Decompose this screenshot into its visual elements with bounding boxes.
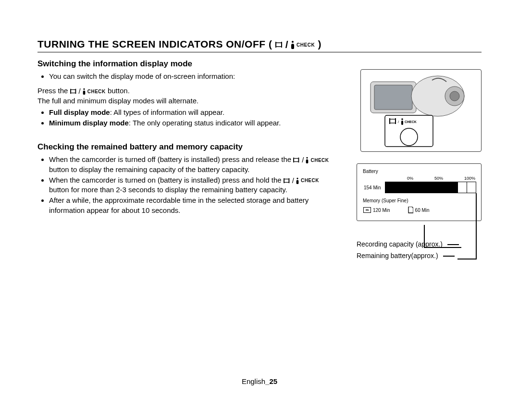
manual-page: TURNING THE SCREEN INDICATORS ON/OFF ( /…: [0, 0, 519, 420]
battery-segment: [403, 182, 412, 193]
battery-segment: [449, 182, 458, 193]
pct-50: 50%: [434, 176, 443, 181]
battery-segment: [412, 182, 421, 193]
battery-segment: [431, 182, 440, 193]
svg-point-27: [401, 118, 403, 120]
memory-label: Memory (Super Fine): [363, 198, 476, 203]
battery-segment: [395, 182, 404, 193]
svg-point-11: [307, 157, 308, 159]
info-screen: Battery 0% 50% 100% 154 Min Memory (Supe…: [357, 163, 482, 221]
callout-line-icon: [447, 244, 459, 245]
memory-internal-time: 120 Min: [373, 208, 390, 213]
callout-line-icon: [443, 256, 455, 257]
section1-list: You can switch the display mode of on-sc…: [37, 72, 335, 81]
section2-list: When the camcorder is turned off (batter…: [37, 155, 335, 215]
svg-point-3: [292, 41, 294, 43]
svg-rect-14: [288, 178, 289, 183]
footer-page-number: _25: [265, 377, 277, 385]
page-title-row: TURNING THE SCREEN INDICATORS ON/OFF ( /…: [37, 38, 482, 52]
svg-rect-24: [389, 118, 390, 124]
in-icon: IN: [363, 207, 371, 213]
svg-rect-0: [276, 43, 282, 47]
title-prefix: TURNING THE SCREEN INDICATORS ON/OFF (: [37, 38, 275, 49]
svg-rect-6: [75, 89, 76, 94]
svg-rect-17: [374, 85, 412, 110]
battery-time: 154 Min: [364, 185, 381, 190]
min-display-item: Minimum display mode: The only operating…: [49, 118, 335, 128]
section1-bullet1: You can switch the display mode of on-sc…: [49, 72, 335, 81]
callout-recording: Recording capacity (approx.): [357, 240, 482, 248]
section2-bullet3: After a while, the approximate recordabl…: [49, 196, 335, 215]
connector-line: [424, 225, 425, 247]
footer-language: English: [242, 377, 265, 385]
svg-rect-2: [281, 42, 282, 48]
display-check-icon: / CHECK: [70, 88, 106, 95]
display-check-icon: / CHECK: [293, 157, 329, 163]
check-label: CHECK: [297, 42, 315, 48]
memory-internal: IN 120 Min: [362, 207, 392, 213]
connector-line: [476, 193, 477, 259]
section1-alt-line: The full and minimum display modes will …: [37, 96, 335, 106]
svg-rect-12: [284, 179, 289, 182]
memory-card: 60 Min: [406, 206, 431, 214]
svg-point-20: [450, 91, 459, 101]
battery-segment: [421, 182, 431, 193]
title-suffix: ): [318, 38, 321, 49]
display-check-icon: / CHECK: [275, 41, 315, 48]
pct-0: 0%: [407, 176, 413, 181]
svg-point-15: [297, 178, 298, 179]
section1-modes-list: Full display mode: All types of informat…: [37, 108, 335, 128]
left-column: Switching the information display mode Y…: [37, 59, 335, 215]
section1-heading: Switching the information display mode: [37, 59, 335, 69]
svg-rect-25: [395, 118, 396, 124]
full-display-item: Full display mode: All types of informat…: [49, 108, 335, 117]
battery-bar: [385, 182, 476, 193]
battery-label: Battery: [363, 169, 476, 174]
svg-rect-8: [294, 159, 298, 162]
page-footer: English_25: [0, 377, 519, 385]
percent-row: 0% 50% 100%: [362, 176, 476, 181]
connector-line: [457, 259, 477, 259]
memory-card-time: 60 Min: [415, 208, 430, 213]
battery-segment: [467, 182, 476, 193]
camcorder-illustration: / CHECK: [360, 69, 482, 152]
callouts: Recording capacity (approx.) Remaining b…: [357, 240, 482, 259]
section2-heading: Checking the remained battery and memory…: [37, 142, 335, 152]
svg-rect-5: [70, 89, 71, 94]
svg-text:CHECK: CHECK: [405, 120, 417, 124]
battery-row: 154 Min: [362, 182, 476, 193]
page-title: TURNING THE SCREEN INDICATORS ON/OFF ( /…: [37, 38, 321, 50]
svg-rect-13: [284, 178, 284, 183]
connector-line: [424, 247, 461, 248]
svg-rect-9: [294, 158, 295, 162]
svg-rect-4: [71, 90, 75, 93]
sd-card-icon: [408, 207, 413, 213]
battery-segment: [440, 182, 449, 193]
memory-row: IN 120 Min 60 Min: [362, 206, 476, 214]
display-check-icon: / CHECK: [284, 177, 319, 184]
svg-point-22: [400, 128, 418, 146]
svg-rect-10: [298, 158, 299, 162]
pct-100: 100%: [464, 176, 475, 181]
info-screen-box: Battery 0% 50% 100% 154 Min Memory (Supe…: [357, 163, 482, 263]
svg-rect-1: [275, 42, 276, 48]
battery-segment: [385, 182, 395, 193]
camcorder-icon: / CHECK: [361, 70, 481, 151]
section1-press-line: Press the / CHECK button.: [37, 86, 335, 96]
section2-bullet1: When the camcorder is turned off (batter…: [49, 155, 335, 174]
svg-point-7: [83, 88, 85, 90]
battery-segment: [458, 182, 467, 193]
section2-bullet2: When the camcorder is turned on (battery…: [49, 175, 335, 195]
